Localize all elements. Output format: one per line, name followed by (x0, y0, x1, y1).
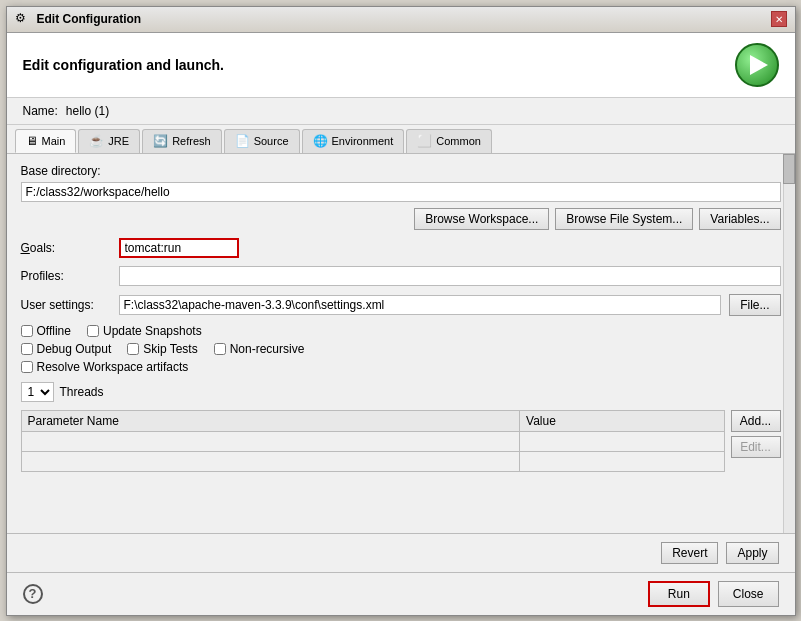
param-name-cell (21, 431, 520, 451)
table-buttons: Add... Edit... (731, 410, 781, 476)
help-button[interactable]: ? (23, 584, 43, 604)
add-button[interactable]: Add... (731, 410, 781, 432)
user-settings-row: User settings: File... (21, 294, 781, 316)
tab-jre-icon: ☕ (89, 134, 104, 148)
name-value: hello (1) (66, 104, 109, 118)
offline-label: Offline (37, 324, 71, 338)
base-directory-input[interactable] (21, 182, 781, 202)
scrollbar-track[interactable] (783, 154, 795, 533)
file-button[interactable]: File... (729, 294, 780, 316)
skip-tests-checkbox[interactable] (127, 343, 139, 355)
user-settings-input[interactable] (119, 295, 722, 315)
profiles-input[interactable] (119, 266, 781, 286)
scrollbar-thumb[interactable] (783, 154, 795, 184)
footer-bar: ? Run Close (7, 572, 795, 615)
non-recursive-checkbox[interactable] (214, 343, 226, 355)
tab-common-label: Common (436, 135, 481, 147)
profiles-row: Profiles: (21, 266, 781, 286)
title-bar-left: ⚙ Edit Configuration (15, 11, 142, 27)
user-settings-label: User settings: (21, 298, 111, 312)
window-icon: ⚙ (15, 11, 31, 27)
table-row (21, 451, 724, 471)
debug-output-checkbox[interactable] (21, 343, 33, 355)
browse-filesystem-button[interactable]: Browse File System... (555, 208, 693, 230)
value-cell (520, 451, 724, 471)
profiles-label: Profiles: (21, 269, 111, 283)
tab-source-label: Source (254, 135, 289, 147)
param-name-header: Parameter Name (21, 410, 520, 431)
goals-row: Goals: (21, 238, 781, 258)
footer-right: Run Close (648, 581, 779, 607)
update-snapshots-checkbox-item: Update Snapshots (87, 324, 202, 338)
tab-refresh-label: Refresh (172, 135, 211, 147)
tabs-row: 🖥 Main ☕ JRE 🔄 Refresh 📄 Source 🌐 Enviro… (7, 125, 795, 154)
tab-environment-icon: 🌐 (313, 134, 328, 148)
threads-label: Threads (60, 385, 104, 399)
tab-source[interactable]: 📄 Source (224, 129, 300, 153)
main-window: ⚙ Edit Configuration ✕ Edit configuratio… (6, 6, 796, 616)
tab-jre-label: JRE (108, 135, 129, 147)
name-label: Name: (23, 104, 58, 118)
offline-checkbox-item: Offline (21, 324, 71, 338)
tab-common-icon: ⬜ (417, 134, 432, 148)
parameter-table-section: Parameter Name Value (21, 410, 781, 476)
tab-environment-label: Environment (332, 135, 394, 147)
revert-button[interactable]: Revert (661, 542, 718, 564)
debug-output-checkbox-item: Debug Output (21, 342, 112, 356)
content-inner: Base directory: Browse Workspace... Brow… (7, 154, 795, 533)
checkboxes-row1: Offline Update Snapshots (21, 324, 781, 338)
update-snapshots-checkbox[interactable] (87, 325, 99, 337)
browse-buttons-row: Browse Workspace... Browse File System..… (21, 208, 781, 230)
threads-row: 1 2 4 Threads (21, 382, 781, 402)
skip-tests-checkbox-item: Skip Tests (127, 342, 197, 356)
apply-button[interactable]: Apply (726, 542, 778, 564)
goals-input[interactable] (119, 238, 239, 258)
tab-common[interactable]: ⬜ Common (406, 129, 492, 153)
resolve-workspace-checkbox-item: Resolve Workspace artifacts (21, 360, 189, 374)
non-recursive-checkbox-item: Non-recursive (214, 342, 305, 356)
header-text: Edit configuration and launch. (23, 57, 224, 73)
offline-checkbox[interactable] (21, 325, 33, 337)
title-bar: ⚙ Edit Configuration ✕ (7, 7, 795, 33)
threads-select[interactable]: 1 2 4 (21, 382, 54, 402)
name-row: Name: hello (1) (7, 98, 795, 125)
resolve-workspace-row: Resolve Workspace artifacts (21, 360, 781, 374)
param-name-cell (21, 451, 520, 471)
content-scroll: Base directory: Browse Workspace... Brow… (7, 154, 795, 533)
goals-label: Goals: (21, 241, 111, 255)
debug-output-label: Debug Output (37, 342, 112, 356)
run-button[interactable]: Run (648, 581, 710, 607)
tab-source-icon: 📄 (235, 134, 250, 148)
bottom-bar: Revert Apply (7, 533, 795, 572)
tab-jre[interactable]: ☕ JRE (78, 129, 140, 153)
resolve-workspace-label: Resolve Workspace artifacts (37, 360, 189, 374)
window-title: Edit Configuration (37, 12, 142, 26)
value-cell (520, 431, 724, 451)
edit-button[interactable]: Edit... (731, 436, 781, 458)
parameter-table: Parameter Name Value (21, 410, 725, 472)
non-recursive-label: Non-recursive (230, 342, 305, 356)
run-icon (735, 43, 779, 87)
value-header: Value (520, 410, 724, 431)
tab-refresh[interactable]: 🔄 Refresh (142, 129, 222, 153)
tab-refresh-icon: 🔄 (153, 134, 168, 148)
resolve-workspace-checkbox[interactable] (21, 361, 33, 373)
base-directory-label: Base directory: (21, 164, 781, 178)
tab-environment[interactable]: 🌐 Environment (302, 129, 405, 153)
checkboxes-row2: Debug Output Skip Tests Non-recursive (21, 342, 781, 356)
update-snapshots-label: Update Snapshots (103, 324, 202, 338)
close-button[interactable]: Close (718, 581, 779, 607)
tab-main-label: Main (42, 135, 66, 147)
browse-workspace-button[interactable]: Browse Workspace... (414, 208, 549, 230)
header-area: Edit configuration and launch. (7, 33, 795, 98)
table-row (21, 431, 724, 451)
tab-main-icon: 🖥 (26, 134, 38, 148)
variables-button[interactable]: Variables... (699, 208, 780, 230)
close-window-button[interactable]: ✕ (771, 11, 787, 27)
skip-tests-label: Skip Tests (143, 342, 197, 356)
tab-main[interactable]: 🖥 Main (15, 129, 77, 153)
